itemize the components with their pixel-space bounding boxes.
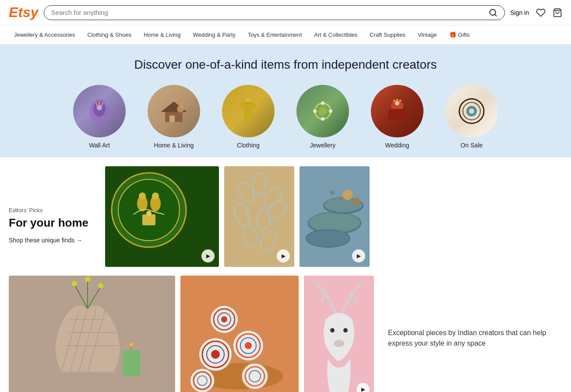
nav-item-home[interactable]: Home & Living	[138, 29, 186, 41]
nav-item-craft[interactable]: Craft Supplies	[364, 29, 411, 41]
svg-point-22	[313, 109, 317, 113]
category-home-living[interactable]: Home & Living	[148, 85, 200, 149]
favorites-button[interactable]	[536, 8, 546, 18]
category-jewellery[interactable]: Jewellery	[296, 85, 349, 149]
nav-item-jewellery[interactable]: Jewellery & Accessories	[9, 29, 80, 41]
svg-point-107	[334, 340, 344, 347]
svg-rect-11	[169, 116, 175, 122]
search-icon	[489, 8, 497, 17]
onsale-illustration	[454, 94, 489, 129]
svg-point-19	[321, 102, 324, 105]
bottom-section: ▶ Exceptional pieces by Indian creators …	[9, 276, 562, 392]
svg-rect-16	[245, 102, 251, 104]
category-circle-home	[148, 85, 200, 137]
sign-in-button[interactable]: Sign in	[510, 9, 529, 16]
category-circle-wedding	[371, 85, 423, 137]
category-label-wedding: Wedding	[385, 142, 409, 149]
category-circle-wall-art	[73, 85, 126, 137]
svg-point-37	[139, 192, 146, 200]
play-button-pichwai[interactable]: ▶	[201, 249, 215, 262]
svg-point-77	[130, 343, 133, 346]
svg-point-40	[146, 211, 152, 216]
main-nav: Jewellery & Accessories Clothing & Shoes…	[0, 25, 571, 45]
product-card-vase[interactable]	[9, 276, 175, 392]
shop-link[interactable]: Shop these unique finds →	[9, 237, 96, 244]
hero-title: Discover one-of-a-kind items from indepe…	[9, 58, 562, 72]
category-clothing[interactable]: Clothing	[222, 85, 275, 149]
svg-point-15	[246, 98, 251, 103]
hero-banner: Discover one-of-a-kind items from indepe…	[0, 45, 571, 158]
svg-point-58	[353, 198, 360, 205]
nav-item-clothing[interactable]: Clothing & Shoes	[82, 29, 136, 41]
main-content: Editors' Picks For your home Shop these …	[0, 158, 571, 392]
wall-art-illustration	[86, 98, 113, 124]
nav-item-toys[interactable]: Toys & Entertainment	[243, 29, 307, 41]
product-card-deer[interactable]: ▶	[304, 276, 374, 392]
svg-point-26	[396, 99, 398, 101]
category-label-clothing: Clothing	[237, 142, 259, 149]
svg-point-105	[330, 328, 335, 332]
bottom-text-block: Exceptional pieces by Indian creators th…	[379, 276, 562, 392]
svg-point-60	[330, 190, 335, 195]
jewellery-illustration	[305, 94, 340, 129]
svg-point-74	[98, 283, 103, 288]
svg-point-72	[72, 281, 77, 286]
category-wedding[interactable]: Wedding	[371, 85, 423, 149]
bowls-art	[180, 276, 299, 392]
category-circle-clothing	[222, 85, 275, 137]
search-button[interactable]	[489, 8, 497, 17]
editors-grid: ▶ ▶	[105, 166, 562, 267]
search-input[interactable]	[51, 9, 486, 16]
gift-icon: 🎁	[449, 32, 456, 38]
svg-point-21	[321, 117, 324, 121]
clothing-illustration	[231, 94, 266, 129]
editors-tag: Editors' Picks	[9, 207, 96, 214]
category-circles: Wall Art Home & Living	[9, 85, 562, 149]
category-label-home: Home & Living	[154, 142, 194, 149]
category-circle-onsale	[445, 85, 498, 137]
svg-rect-75	[123, 350, 140, 376]
editors-section: Editors' Picks For your home Shop these …	[9, 166, 562, 267]
play-button-trays[interactable]: ▶	[352, 249, 365, 262]
svg-point-59	[339, 197, 343, 201]
category-label-onsale: On Sale	[461, 142, 483, 149]
svg-point-18	[318, 107, 327, 116]
header: Etsy Sign in	[0, 0, 571, 25]
vase-art	[9, 276, 175, 392]
etsy-logo[interactable]: Etsy	[9, 4, 39, 21]
category-label-jewellery: Jewellery	[310, 142, 335, 149]
product-card-pichwai[interactable]: ▶	[105, 166, 219, 267]
category-on-sale[interactable]: On Sale	[445, 85, 498, 149]
play-button-floral[interactable]: ▶	[277, 249, 290, 262]
product-card-floral[interactable]: ▶	[224, 166, 294, 267]
wedding-illustration	[380, 94, 415, 129]
svg-point-83	[211, 350, 220, 359]
svg-point-38	[152, 192, 159, 200]
svg-point-20	[329, 109, 332, 113]
product-card-bowls[interactable]	[180, 276, 299, 392]
editors-title: For your home	[9, 216, 96, 230]
nav-item-wedding[interactable]: Wedding & Party	[187, 29, 240, 41]
category-circle-jewellery	[296, 85, 349, 137]
deer-art	[304, 276, 374, 392]
svg-point-91	[221, 316, 227, 322]
editors-sidebar: Editors' Picks For your home Shop these …	[9, 166, 96, 267]
home-illustration	[156, 94, 191, 129]
product-card-trays[interactable]: ▶	[300, 166, 370, 267]
pichwai-art	[105, 166, 219, 267]
svg-point-87	[245, 342, 252, 349]
category-wall-art[interactable]: Wall Art	[73, 85, 126, 149]
svg-point-31	[469, 108, 474, 114]
svg-point-106	[343, 328, 348, 332]
heart-icon	[536, 8, 546, 18]
bag-button[interactable]	[553, 8, 562, 18]
nav-item-vintage[interactable]: Vintage	[412, 29, 442, 41]
nav-item-art[interactable]: Art & Collectibles	[309, 29, 363, 41]
nav-item-gifts[interactable]: 🎁 Gifts	[444, 29, 475, 41]
svg-point-14	[179, 100, 182, 102]
bottom-description: Exceptional pieces by Indian creators th…	[388, 328, 553, 349]
header-actions: Sign in	[510, 8, 562, 18]
svg-point-53	[309, 212, 360, 232]
svg-point-57	[342, 189, 353, 200]
category-label-wall-art: Wall Art	[89, 142, 110, 149]
